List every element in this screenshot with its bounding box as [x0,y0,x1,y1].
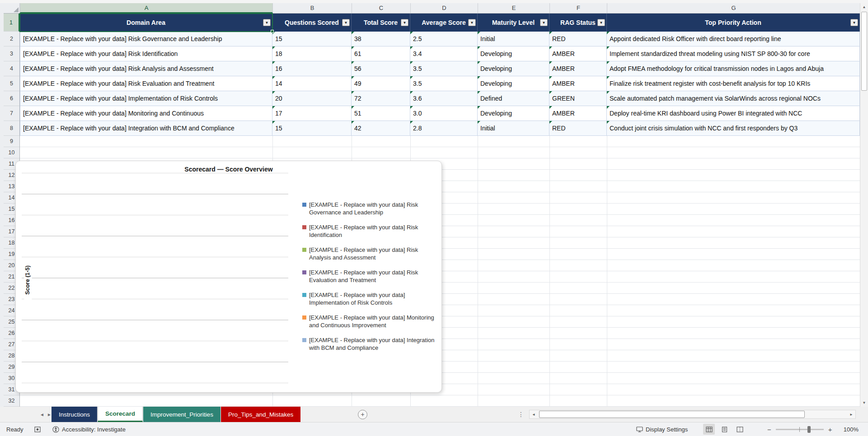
header-cell-top-priority-action[interactable]: Top Priority Action▼ [607,14,860,32]
table-cell[interactable]: Developing [478,46,549,61]
zoom-in-button[interactable]: + [828,426,832,433]
table-cell[interactable]: AMBER [549,61,607,76]
header-cell-maturity-level[interactable]: Maturity Level▼ [478,14,549,32]
table-cell[interactable]: Adopt FMEA methodology for critical tran… [607,61,860,76]
table-cell[interactable]: [EXAMPLE - Replace with your data] Risk … [20,46,272,61]
row-header[interactable]: 3 [4,46,19,61]
zoom-level[interactable]: 100% [837,422,859,436]
row-header[interactable]: 10 [4,147,19,158]
column-header-e[interactable]: E [478,3,549,13]
table-cell[interactable]: 38 [352,32,410,46]
chart-scorecard-overview[interactable]: Scorecard — Score Overview Score (1-5) [… [15,161,442,393]
table-cell[interactable]: [EXAMPLE - Replace with your data] Risk … [20,76,272,91]
normal-view-button[interactable] [703,424,715,435]
table-cell[interactable]: Deploy real-time KRI dashboard using Pow… [607,106,860,121]
table-cell[interactable]: [EXAMPLE - Replace with your data] Monit… [20,106,272,121]
display-settings-button[interactable]: Display Settings [636,422,688,436]
column-header-g[interactable]: G [607,3,860,13]
table-cell[interactable]: [EXAMPLE - Replace with your data] Risk … [20,32,272,46]
row-header[interactable]: 1 [4,14,19,32]
filter-dropdown-icon[interactable]: ▼ [263,19,271,26]
table-cell[interactable]: Appoint dedicated Risk Officer with dire… [607,32,860,46]
accessibility-status[interactable]: Accessibility: Investigate [52,422,126,436]
column-header-b[interactable]: B [272,3,352,13]
horizontal-scrollbar[interactable]: ◄ ► [529,410,856,419]
table-cell[interactable]: 42 [352,121,410,135]
table-cell[interactable]: Developing [478,76,549,91]
table-cell[interactable]: 17 [272,106,352,121]
vertical-scrollbar[interactable]: ▲ ▼ [860,3,868,407]
table-cell[interactable]: Conduct joint crisis simulation with NCC… [607,121,860,135]
header-cell-questions-scored[interactable]: Questions Scored▼ [272,14,352,32]
filter-dropdown-icon[interactable]: ▼ [468,19,476,26]
filter-dropdown-icon[interactable]: ▼ [342,19,350,26]
table-cell[interactable]: 2.8 [410,121,478,135]
table-cell[interactable]: 15 [272,32,352,46]
table-cell[interactable]: RED [549,121,607,135]
zoom-slider[interactable] [776,429,824,430]
row-header[interactable]: 7 [4,106,19,121]
scroll-up-icon[interactable]: ▲ [860,3,868,11]
column-header-c[interactable]: C [352,3,410,13]
filter-dropdown-icon[interactable]: ▼ [401,19,408,26]
filter-dropdown-icon[interactable]: ▼ [850,19,858,26]
page-layout-view-button[interactable] [718,424,730,435]
column-header-a[interactable]: A [20,3,272,13]
table-cell[interactable]: [EXAMPLE - Replace with your data] Risk … [20,61,272,76]
header-cell-rag-status[interactable]: RAG Status▼ [549,14,607,32]
tab-nav-left-icon[interactable]: ◄ [40,407,44,422]
table-cell[interactable]: Scale automated patch management via Sol… [607,91,860,106]
table-cell[interactable]: 3.0 [410,106,478,121]
macro-record-icon[interactable] [34,422,41,436]
filter-dropdown-icon[interactable]: ▼ [597,19,605,26]
horizontal-scrollbar-thumb[interactable] [539,411,805,418]
table-cell[interactable]: 72 [352,91,410,106]
page-break-preview-button[interactable] [734,424,746,435]
table-cell[interactable]: 56 [352,61,410,76]
sheet-tab-pro-tips-and-mistakes[interactable]: Pro_Tips_and_Mistakes [221,407,300,422]
table-cell[interactable]: Initial [478,32,549,46]
filter-dropdown-icon[interactable]: ▼ [540,19,548,26]
scroll-left-icon[interactable]: ◄ [530,410,538,418]
column-header-d[interactable]: D [410,3,478,13]
sheet-tab-instructions[interactable]: Instructions [52,407,97,422]
table-cell[interactable]: RED [549,32,607,46]
zoom-out-button[interactable]: − [767,426,771,433]
table-cell[interactable]: Implement standardized threat modeling u… [607,46,860,61]
header-cell-total-score[interactable]: Total Score▼ [352,14,410,32]
sheet-tab-improvement-priorities[interactable]: Improvement_Priorities [143,407,221,422]
tab-options-icon[interactable]: ⋮ [518,407,524,422]
table-cell[interactable]: 2.5 [410,32,478,46]
vertical-scrollbar-thumb[interactable] [861,12,867,91]
table-cell[interactable]: 14 [272,76,352,91]
column-header-f[interactable]: F [549,3,607,13]
table-cell[interactable]: 3.4 [410,46,478,61]
table-cell[interactable]: 51 [352,106,410,121]
table-cell[interactable]: Developing [478,106,549,121]
table-cell[interactable]: Developing [478,61,549,76]
table-cell[interactable]: 3.5 [410,61,478,76]
table-cell[interactable]: 15 [272,121,352,135]
row-header[interactable]: 5 [4,76,19,91]
table-cell[interactable]: 3.5 [410,76,478,91]
table-cell[interactable]: 61 [352,46,410,61]
table-cell[interactable]: Finalize risk treatment register with co… [607,76,860,91]
sheet-tab-scorecard[interactable]: Scorecard [98,407,143,422]
row-header[interactable]: 8 [4,121,19,136]
scroll-down-icon[interactable]: ▼ [860,399,868,407]
row-header[interactable]: 4 [4,61,19,76]
tab-nav-right-icon[interactable]: ► [47,407,52,422]
new-sheet-button[interactable]: + [358,410,367,419]
table-cell[interactable]: [EXAMPLE - Replace with your data] Imple… [20,91,272,106]
header-cell-average-score[interactable]: Average Score▼ [410,14,478,32]
row-header[interactable]: 32 [4,395,19,407]
scroll-right-icon[interactable]: ► [847,410,855,418]
table-cell[interactable]: 49 [352,76,410,91]
select-all-corner[interactable] [4,3,20,13]
table-cell[interactable]: 3.6 [410,91,478,106]
table-cell[interactable]: AMBER [549,76,607,91]
table-cell[interactable]: 16 [272,61,352,76]
header-cell-domain-area[interactable]: Domain Area▼ [20,14,272,32]
table-cell[interactable]: 20 [272,91,352,106]
zoom-slider-thumb[interactable] [807,426,811,433]
